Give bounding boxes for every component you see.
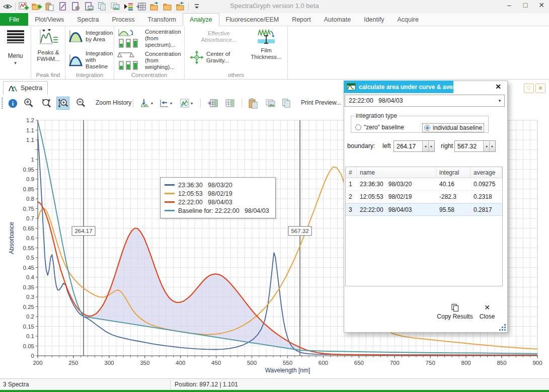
resize-grip[interactable] <box>499 324 506 331</box>
legend-line-swatch <box>165 193 175 194</box>
ribbon-item-film-thickness[interactable]: Film Thickness... <box>249 28 283 60</box>
ribbon-group-concentration: Concentration (from spectrum)... Concent… <box>114 26 185 79</box>
left-boundary-spinbox: ◂ ▸ <box>394 140 435 152</box>
print-preview-button[interactable]: Print Preview... <box>301 99 341 106</box>
chevron-down-icon: ▾ <box>0 60 31 65</box>
ribbon-tab-automate[interactable]: Automate <box>318 13 358 26</box>
ribbon-item-effective-absorbance[interactable]: Effective Absorbance... <box>196 30 242 43</box>
ribbon-tab-transform[interactable]: Transform <box>141 13 183 26</box>
svg-text:0.95: 0.95 <box>23 167 34 173</box>
legend-entry: 12:05:53 98/02/19 <box>165 189 269 198</box>
file-wizard-icon[interactable] <box>57 2 68 12</box>
open-folder-add-icon[interactable] <box>31 2 42 12</box>
ribbon-item-peaks-fwhm[interactable]: Peaks & FWHM... <box>33 28 63 62</box>
ribbon-item-concentration-from-weighing[interactable]: Concentration (from weighing)... <box>117 50 183 70</box>
panel-close-button[interactable]: ✕ <box>535 84 545 93</box>
ribbon-tab-acquire[interactable]: Acquire <box>391 13 425 26</box>
svg-text:0.65: 0.65 <box>23 225 34 231</box>
zoom-out-icon[interactable] <box>74 97 87 110</box>
ribbon-tab-plot-views[interactable]: Plot/Views <box>28 13 70 26</box>
svg-text:0.4: 0.4 <box>26 274 35 280</box>
ribbon-item-integration-by-area[interactable]: Integration by Area <box>68 29 117 43</box>
copy-image-icon[interactable] <box>264 97 277 110</box>
ribbon-tab-report[interactable]: Report <box>285 13 318 26</box>
toolbar-overflow-icon[interactable] <box>191 2 202 12</box>
copy-icon[interactable] <box>280 97 293 110</box>
zoom-history-button[interactable]: Zoom History <box>96 99 131 106</box>
svg-text:400: 400 <box>176 360 185 366</box>
table-row[interactable]: 212:05:53 98/02/19-282.30.2318 <box>346 191 502 203</box>
tab-spectra-document[interactable]: Spectra <box>3 81 48 95</box>
table-row[interactable]: 322:22:00 98/04/0395.580.2817 <box>346 203 502 216</box>
paste-icon[interactable] <box>247 97 260 110</box>
ribbon-item-center-of-gravity[interactable]: Center of Gravity... <box>190 50 239 64</box>
radio-zero-baseline[interactable]: "zero" baseline <box>355 124 404 131</box>
spectrum-selector-dropdown[interactable]: 22:22:00 98/04/03 ▾ <box>345 95 505 107</box>
zoom-drag-icon[interactable] <box>40 97 53 110</box>
quick-access-toolbar <box>2 1 202 12</box>
table-grid-icon[interactable] <box>223 97 237 110</box>
peak-pick-dropdown[interactable]: ▾ <box>138 97 155 110</box>
paste-spectrum-icon[interactable] <box>44 2 55 12</box>
svg-text:Absorbance: Absorbance <box>8 222 15 254</box>
file-gear-icon[interactable] <box>70 2 81 12</box>
save-image-icon[interactable] <box>84 2 94 12</box>
left-boundary-input[interactable] <box>394 141 422 151</box>
save-folder-icon[interactable] <box>162 2 173 12</box>
svg-text:0.1: 0.1 <box>26 333 34 339</box>
axis-range-dropdown[interactable]: ▾ <box>157 97 174 110</box>
ribbon-item-integration-with-baseline[interactable]: Integration with Baseline <box>68 50 117 70</box>
ribbon-tab-spectra[interactable]: Spectra <box>70 13 105 26</box>
toolbar-drag-handle[interactable] <box>2 98 4 109</box>
svg-text:0.75: 0.75 <box>23 206 34 212</box>
panel-favorite-button[interactable]: ♡ <box>524 84 534 93</box>
close-window-button[interactable]: ✕ <box>537 1 546 9</box>
merge-table-icon[interactable] <box>136 2 146 12</box>
table-row[interactable]: 123:36:30 98/03/2040.160.09275 <box>346 178 502 191</box>
zoom-in-icon[interactable] <box>22 97 35 110</box>
copy-image-icon[interactable] <box>110 2 120 12</box>
display-colorbars-icon[interactable] <box>123 2 133 12</box>
radio-individual-baseline[interactable]: individual baseline <box>423 124 484 132</box>
add-spectrum-icon[interactable] <box>18 2 29 12</box>
ribbon: Menu ▾ Peaks & FWHM... Peak find <box>0 26 549 80</box>
dialog-title-bar[interactable]: calculate area under curve & average <box>344 81 453 93</box>
close-icon: ✕ <box>472 301 502 311</box>
ribbon-tab-fluorescence-eem[interactable]: Fluorescence/EEM <box>219 13 286 26</box>
svg-text:567.32: 567.32 <box>291 228 308 234</box>
spectra-view-dropdown[interactable]: ▾ <box>177 97 195 110</box>
svg-text:0.85: 0.85 <box>23 186 34 192</box>
spin-left-icon[interactable]: ◂ <box>422 141 428 151</box>
right-boundary-input[interactable] <box>455 141 483 151</box>
maximize-button[interactable]: □ <box>521 1 530 9</box>
export-folder-icon[interactable] <box>175 2 186 12</box>
ribbon-tab-file[interactable]: File <box>0 13 28 26</box>
copy-pages-icon[interactable] <box>97 2 107 12</box>
close-button[interactable]: ✕ Close <box>472 301 502 320</box>
import-folder-icon[interactable] <box>149 2 160 12</box>
svg-text:550: 550 <box>283 360 292 366</box>
legend-entry: Baseline for: 22:22:00 98/04/03 <box>165 206 269 215</box>
table-attach-icon[interactable] <box>206 97 219 110</box>
minimize-button[interactable]: – <box>505 1 514 9</box>
menu-button[interactable]: Menu ▾ <box>0 26 31 79</box>
info-icon[interactable]: i <box>6 97 19 110</box>
chevron-down-icon: ▾ <box>170 101 172 106</box>
spin-right-icon[interactable]: ▸ <box>428 141 434 151</box>
ribbon-tab-process[interactable]: Process <box>105 13 141 26</box>
svg-text:0.15: 0.15 <box>23 324 34 330</box>
svg-text:300: 300 <box>104 360 114 366</box>
preview-eye-icon[interactable] <box>2 2 13 12</box>
ribbon-tab-identify[interactable]: Identify <box>357 13 390 26</box>
ribbon-item-concentration-from-spectrum[interactable]: Concentration (from spectrum)... <box>117 28 183 48</box>
zoom-x-icon[interactable] <box>56 97 69 110</box>
copy-results-button[interactable]: Copy Results <box>434 301 476 320</box>
chevron-down-icon: ▾ <box>495 98 504 103</box>
spectra-icon <box>9 85 18 92</box>
spin-left-icon[interactable]: ◂ <box>483 141 489 151</box>
boundary-row: boundary: left ◂ ▸ right ◂ ▸ <box>347 140 504 152</box>
spin-right-icon[interactable]: ▸ <box>489 141 495 151</box>
ribbon-tab-analyze[interactable]: Analyze <box>183 13 219 26</box>
dialog-close-icon[interactable]: ✕ <box>495 83 501 91</box>
svg-text:264.17: 264.17 <box>74 228 92 234</box>
